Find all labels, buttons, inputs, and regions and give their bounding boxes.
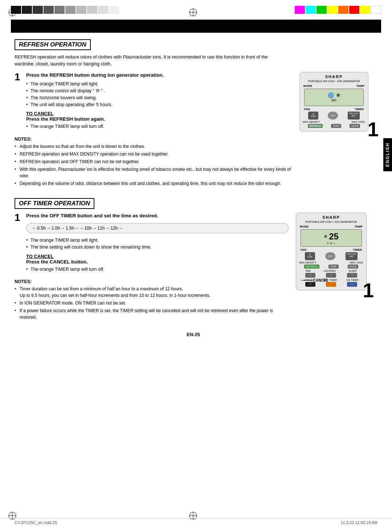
screen2-sub: h ⊙ ○ bbox=[327, 242, 335, 245]
bullet-item: The time setting will count down to show… bbox=[26, 244, 289, 251]
remote1-wrapper: SHARP PORTABLE AIR CON + ION GENERATOR M… bbox=[299, 72, 372, 132]
ac-btn2[interactable]: AIR CON A/C bbox=[346, 252, 358, 260]
main-content: REFRESH OPERATION REFRESH operation will… bbox=[15, 39, 372, 337]
section2-step1: 1 Press the OFF TIMER button and set the… bbox=[15, 213, 289, 275]
remote2-btn-row2: REFRESH TEMP MODE bbox=[298, 265, 364, 269]
step2-title: Press the OFF TIMER button and set the t… bbox=[26, 213, 289, 219]
section2-text: 1 Press the OFF TIMER button and set the… bbox=[15, 213, 289, 322]
remote2-wrapper: SHARP PORTABLE AIR CON + ION GENERATOR M… bbox=[296, 213, 372, 290]
on-timer-btn[interactable]: 〜 bbox=[347, 282, 357, 287]
press-again2: Press the CANCEL button. bbox=[26, 259, 289, 265]
footer-left: CV-2P10SC_en.indd 25 bbox=[15, 520, 57, 525]
note-item: Timer duration can be set from a minimum… bbox=[15, 286, 289, 299]
bullet-item: The remote control will display " ⟳ " . bbox=[26, 88, 292, 94]
cancel-bullets2: The orange TIMER lamp will turn off. bbox=[26, 266, 289, 273]
fan-icon2: ❄ bbox=[324, 234, 327, 239]
section1-text: 1 Press the REFRESH button during Ion ge… bbox=[15, 72, 292, 188]
remote2-display-row: MODE TEMP bbox=[298, 225, 364, 228]
screen-refresh-icon: ion bbox=[331, 98, 336, 102]
remote2-fan-timer-row: FAN TIMER bbox=[298, 248, 364, 251]
section2-title: OFF TIMER OPERATION bbox=[15, 198, 94, 209]
bullet-item: The orange TIMER lamp will light. bbox=[26, 237, 289, 244]
step1-title: Press the REFRESH button during Ion gene… bbox=[26, 72, 292, 79]
screen-number2: 25 bbox=[329, 231, 339, 242]
section-refresh: REFRESH OPERATION REFRESH operation will… bbox=[15, 39, 372, 188]
sleep-btn2[interactable]: 〜 bbox=[347, 273, 357, 278]
step1-bullets: The orange TIMER lamp will light. The re… bbox=[26, 81, 292, 108]
section1-step1: 1 Press the REFRESH button during Ion ge… bbox=[15, 72, 292, 133]
screen2-content: ❄ 25 bbox=[324, 231, 339, 242]
remote1: SHARP PORTABLE AIR CON + ION GENERATOR M… bbox=[299, 72, 368, 132]
cancel-bullets1: The orange TIMER lamp will turn off. bbox=[26, 123, 292, 130]
remote2-btn-row1: ⊕ ION OFF AIR CON A/C bbox=[298, 252, 364, 260]
section1-title: REFRESH OPERATION bbox=[15, 39, 91, 50]
louvers-btn2[interactable]: 〜 bbox=[326, 273, 336, 278]
bullet-item: The horizontal louvers will swing. bbox=[26, 94, 292, 101]
off-btn[interactable]: OFF bbox=[328, 112, 338, 120]
temp-btn1[interactable]: TEMP bbox=[331, 124, 341, 128]
press-again1: Press the REFRESH button again. bbox=[26, 116, 292, 122]
cancel-line bbox=[301, 280, 312, 281]
note-item: With this operation, Plasmacluster ion i… bbox=[15, 166, 292, 179]
remote1-fan-timer-row: FAN TIMER bbox=[302, 108, 366, 111]
note-item: In ION GENERATOR mode, ON TIMER can not … bbox=[15, 300, 289, 306]
header-band bbox=[11, 20, 381, 33]
note-item: REFRESH operation and MAX DENSITY operat… bbox=[15, 151, 292, 157]
remote1-screen: 🌀 ❄ ion bbox=[304, 89, 364, 106]
remote1-subtitle: PORTABLE AIR CON + ION GENERATOR bbox=[302, 80, 366, 83]
cancel-indicator-wrapper: CANCEL bbox=[301, 278, 328, 282]
refresh-btn2[interactable]: REFRESH bbox=[304, 265, 319, 269]
remote2-btn-row3: 〜 〜 〜 bbox=[298, 273, 364, 278]
footer-right: 11.3.22 11:00:19 AM bbox=[340, 520, 377, 525]
section1-notes: NOTES: Adjust the louvers so that air fr… bbox=[15, 137, 292, 187]
timer-sequence: → 0.5h → 1.0h → 1.5h ··· → 10h → 11h → 1… bbox=[26, 223, 289, 233]
ac-btn[interactable]: AIR CON A/C bbox=[348, 112, 360, 120]
cancel-bullet: The orange TIMER lamp will turn off. bbox=[26, 123, 292, 130]
step1-big-number: 1 bbox=[367, 120, 379, 140]
remote2-screen: ❄ 25 h ⊙ ○ bbox=[301, 229, 362, 247]
fan-btn2[interactable]: 〜 bbox=[305, 273, 315, 278]
to-cancel-label2: TO CANCEL bbox=[26, 254, 289, 259]
notes-title1: NOTES: bbox=[15, 137, 292, 142]
mode-btn2[interactable]: MODE bbox=[348, 265, 358, 269]
off-timer-btn[interactable]: 〜 bbox=[326, 282, 336, 287]
page-number: EN-25 bbox=[15, 332, 372, 337]
mode-btn1[interactable]: MODE bbox=[350, 124, 360, 128]
remote1-btn-row1: ⊕ ION OFF AIR CON A/C bbox=[302, 112, 366, 120]
english-tab: ENGLISH bbox=[383, 138, 392, 171]
cancel-btn2[interactable]: 〜 bbox=[305, 282, 315, 287]
note-item: Depending on the volume of odor, distanc… bbox=[15, 180, 292, 187]
section2-body: 1 Press the OFF TIMER button and set the… bbox=[15, 213, 372, 322]
notes-list2: Timer duration can be set from a minimum… bbox=[15, 286, 289, 321]
notes-list1: Adjust the louvers so that air from the … bbox=[15, 143, 292, 187]
note-item: REFRESH operation and OFF TIMER can not … bbox=[15, 158, 292, 165]
remote2-brand: SHARP bbox=[298, 215, 364, 219]
section-offtimer: OFF TIMER OPERATION 1 Press the OFF TIME… bbox=[15, 198, 372, 322]
to-cancel-label1: TO CANCEL bbox=[26, 111, 292, 116]
step2-content: Press the OFF TIMER button and set the t… bbox=[26, 213, 289, 275]
step2-big-number: 1 bbox=[363, 281, 374, 301]
note-item: Adjust the louvers so that air from the … bbox=[15, 143, 292, 150]
remote2-subtitle: PORTABLE AIR CON + ION GENERATOR bbox=[298, 220, 364, 223]
to-cancel-section1: TO CANCEL Press the REFRESH button again… bbox=[26, 111, 292, 130]
cancel-indicator-label: CANCEL bbox=[313, 278, 328, 282]
section1-body: 1 Press the REFRESH button during Ion ge… bbox=[15, 72, 372, 188]
left-grayscale-bars bbox=[11, 6, 119, 14]
step1-content: Press the REFRESH button during Ion gene… bbox=[26, 72, 292, 133]
cancel-bullet: The orange TIMER lamp will turn off. bbox=[26, 266, 289, 273]
fan-icon: ❄ bbox=[336, 92, 340, 98]
remote1-display-row: MODE TEMP bbox=[302, 84, 366, 88]
refresh-btn1[interactable]: REFRESH bbox=[308, 124, 323, 128]
remote2-labels-row: MAX DENSITY MAX COOL bbox=[298, 261, 364, 264]
step1-number: 1 bbox=[15, 72, 23, 82]
ion-icon: 🌀 bbox=[328, 92, 334, 98]
ion-btn2[interactable]: ⊕ ION bbox=[305, 252, 315, 260]
section2-notes: NOTES: Timer duration can be set from a … bbox=[15, 279, 289, 321]
step2-bullets: The orange TIMER lamp will light. The ti… bbox=[26, 237, 289, 251]
ion-btn[interactable]: ⊕ ION bbox=[308, 112, 318, 120]
temp-btn2[interactable]: TEMP bbox=[328, 265, 339, 269]
remote1-labels-row: MAX DENSITY MAX COOL bbox=[302, 121, 366, 123]
remote1-btn-row2: REFRESH TEMP MODE bbox=[302, 124, 366, 128]
footer: CV-2P10SC_en.indd 25 11.3.22 11:00:19 AM bbox=[0, 518, 392, 525]
off-btn2[interactable]: OFF bbox=[325, 252, 335, 260]
